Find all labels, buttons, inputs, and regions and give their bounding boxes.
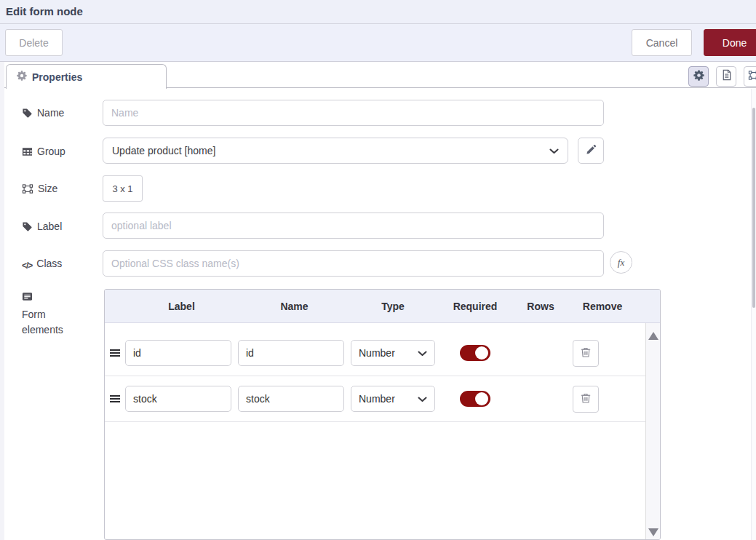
fx-button[interactable]: fx xyxy=(610,251,632,274)
delete-button[interactable]: Delete xyxy=(5,29,63,56)
label-field-label: Label xyxy=(22,219,81,237)
dialog-title: Edit form node xyxy=(6,5,83,17)
table-icon xyxy=(22,144,33,162)
code-icon: </> xyxy=(22,258,32,274)
toggle-knob xyxy=(475,392,488,405)
page-scrollbar-thumb[interactable] xyxy=(752,108,755,308)
appearance-tab-button[interactable] xyxy=(744,66,756,87)
tab-strip: Properties xyxy=(0,62,756,88)
column-header-label: Label xyxy=(125,301,238,312)
trash-icon xyxy=(580,392,592,406)
column-header-remove: Remove xyxy=(566,301,639,312)
element-label-input[interactable] xyxy=(125,340,231,366)
toggle-knob xyxy=(475,346,488,360)
column-header-name: Name xyxy=(238,301,351,312)
remove-element-button[interactable] xyxy=(573,340,599,367)
group-field-label: Group xyxy=(22,144,81,162)
object-group-icon xyxy=(22,181,33,199)
element-label-input[interactable] xyxy=(125,386,231,412)
tab-properties-label: Properties xyxy=(32,71,82,83)
gear-icon xyxy=(17,71,27,84)
required-toggle[interactable] xyxy=(460,391,490,407)
table-header-row: Label Name Type Required Rows Remove xyxy=(105,290,660,323)
pencil-icon xyxy=(586,144,597,157)
document-icon xyxy=(721,69,732,84)
object-group-icon xyxy=(748,70,756,84)
form-elements-field-label: Form elements xyxy=(22,289,74,338)
tab-properties[interactable]: Properties xyxy=(6,64,167,89)
drag-handle[interactable] xyxy=(105,398,125,400)
tag-icon xyxy=(22,106,33,123)
description-tab-button[interactable] xyxy=(716,66,736,87)
chevron-down-icon xyxy=(418,347,427,359)
name-field-label: Name xyxy=(22,106,81,123)
table-scrollbar[interactable] xyxy=(645,323,660,539)
form-element-row: Number xyxy=(105,330,645,376)
panel-left-edge xyxy=(0,62,4,540)
size-field-label: Size xyxy=(22,181,81,199)
done-button[interactable]: Done xyxy=(704,29,756,56)
element-type-value: Number xyxy=(359,393,395,405)
dialog-header: Edit form node xyxy=(0,0,756,24)
element-name-input[interactable] xyxy=(238,340,344,366)
drag-handle-icon xyxy=(110,395,120,397)
chevron-down-icon xyxy=(418,393,427,405)
dialog-toolbar: Delete Cancel Done xyxy=(0,24,756,62)
table-body: Number Number xyxy=(105,323,645,539)
required-toggle[interactable] xyxy=(460,345,490,361)
scroll-up-arrow[interactable] xyxy=(648,332,658,340)
form-elements-table: Label Name Type Required Rows Remove Num… xyxy=(104,289,661,540)
page-scrollbar[interactable] xyxy=(751,89,756,540)
scroll-down-arrow[interactable] xyxy=(648,528,658,536)
element-name-input[interactable] xyxy=(238,386,344,412)
class-input[interactable] xyxy=(103,250,604,277)
gear-icon xyxy=(693,70,704,84)
name-input[interactable] xyxy=(103,100,604,126)
trash-icon xyxy=(580,346,592,360)
size-button[interactable]: 3 x 1 xyxy=(103,175,143,202)
edit-form-node-dialog: Edit form node Delete Cancel Done Proper… xyxy=(0,0,756,540)
column-header-type: Type xyxy=(351,301,435,312)
chevron-down-icon xyxy=(549,145,559,156)
label-input[interactable] xyxy=(103,213,604,239)
element-type-select[interactable]: Number xyxy=(351,340,435,366)
column-header-required: Required xyxy=(435,301,515,312)
class-field-label: </> Class xyxy=(22,256,81,274)
group-select[interactable]: Update product [home] xyxy=(103,138,568,164)
element-type-value: Number xyxy=(359,347,395,359)
tag-icon xyxy=(22,219,33,237)
drag-handle[interactable] xyxy=(105,352,125,354)
edit-group-button[interactable] xyxy=(578,138,604,164)
properties-tab-button[interactable] xyxy=(688,66,709,87)
list-icon xyxy=(22,289,33,306)
cancel-button[interactable]: Cancel xyxy=(632,29,692,56)
group-select-value: Update product [home] xyxy=(112,145,215,156)
element-type-select[interactable]: Number xyxy=(351,386,435,412)
remove-element-button[interactable] xyxy=(573,386,599,413)
column-header-rows: Rows xyxy=(515,301,566,312)
form-element-row: Number xyxy=(105,376,645,422)
drag-handle-icon xyxy=(110,349,120,351)
